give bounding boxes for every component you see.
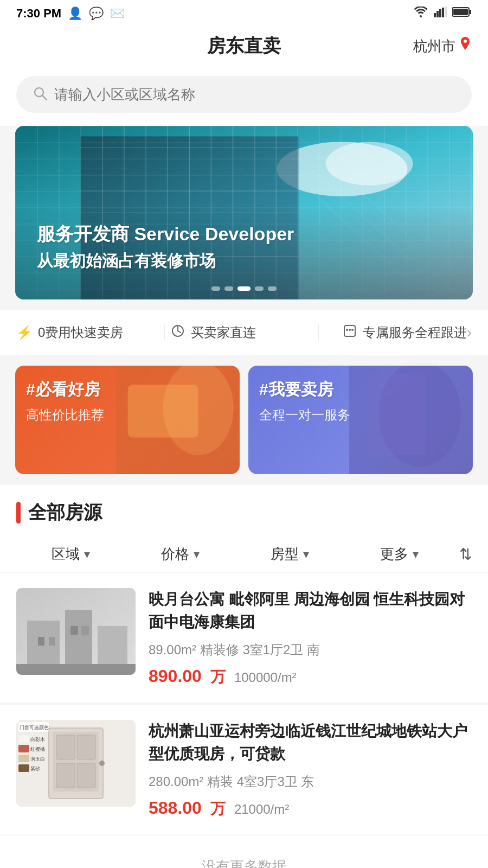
- chevron-right-icon[interactable]: ›: [467, 324, 472, 341]
- filter-more[interactable]: 更多 ▾: [344, 545, 454, 564]
- signal-icon: [434, 7, 447, 21]
- listing-thumb-1: [16, 588, 136, 675]
- features-row: ⚡ 0费用快速卖房 买卖家直连 专属服务全程跟进 ›: [0, 310, 488, 355]
- status-person-icon: 👤: [68, 7, 82, 21]
- battery-icon: [452, 7, 472, 21]
- banner-text2: 从最初始涵占有装修市场: [37, 250, 451, 272]
- banner-dots: [211, 286, 277, 291]
- svg-rect-40: [128, 385, 198, 438]
- listing-price-unit-1: 万: [210, 667, 226, 687]
- svg-text:红樱桃: 红樱桃: [30, 746, 45, 752]
- filter-area[interactable]: 区域 ▾: [16, 545, 126, 564]
- feature-direct-connect-label: 买卖家直连: [191, 324, 256, 341]
- promo-left-sub: 高性价比推荐: [26, 406, 104, 424]
- promo-right-tag: #我要卖房: [259, 379, 350, 401]
- listing-price-main-1: 890.00: [149, 666, 202, 686]
- promo-left-content: #必看好房 高性价比推荐: [15, 366, 115, 437]
- svg-rect-44: [367, 373, 426, 455]
- svg-rect-65: [18, 735, 29, 743]
- svg-point-35: [346, 329, 348, 331]
- svg-text:白彩木: 白彩木: [30, 737, 45, 742]
- svg-rect-61: [77, 763, 95, 788]
- status-time: 7:30 PM: [16, 7, 61, 21]
- listing-price-2: 588.00 万 21000/m²: [149, 798, 472, 819]
- svg-rect-0: [434, 13, 436, 17]
- feature-direct-connect: 买卖家直连: [170, 323, 312, 342]
- location-selector[interactable]: 杭州市: [413, 37, 472, 56]
- listing-price-per-1: 100000/m²: [234, 670, 297, 685]
- lightning-icon: ⚡: [16, 325, 33, 340]
- listing-title-1: 映月台公寓 毗邻阿里 周边海创园 恒生科技园对面中电海康集团: [149, 588, 472, 634]
- listing-price-unit-2: 万: [210, 799, 226, 819]
- listing-info-1: 映月台公寓 毗邻阿里 周边海创园 恒生科技园对面中电海康集团 89.00m² 精…: [149, 588, 472, 687]
- listings-header: 全部房源: [0, 485, 488, 536]
- feature-divider-2: [318, 324, 319, 341]
- svg-rect-54: [81, 626, 89, 635]
- listing-price-1: 890.00 万 100000/m²: [149, 666, 472, 687]
- filter-sort[interactable]: ⇅: [454, 545, 472, 563]
- dot-3[interactable]: [237, 286, 251, 291]
- svg-point-36: [349, 329, 351, 331]
- sort-icon: ⇅: [459, 545, 472, 563]
- filter-type-chevron: ▾: [303, 547, 309, 561]
- svg-point-11: [277, 142, 407, 196]
- promo-card-buy[interactable]: #必看好房 高性价比推荐: [15, 366, 240, 474]
- listing-image-2: 门套可选颜色: 白彩木 红樱桃 润玉白 紫砂: [16, 720, 136, 807]
- svg-rect-50: [16, 664, 136, 675]
- svg-point-37: [351, 329, 354, 331]
- promo-card-sell[interactable]: #我要卖房 全程一对一服务: [248, 366, 473, 474]
- listing-details-1: 89.00m² 精装修 3室1厅2卫 南: [149, 641, 472, 659]
- svg-rect-71: [18, 764, 29, 772]
- listing-price-main-2: 588.00: [149, 798, 202, 818]
- search-icon: [33, 86, 48, 103]
- svg-rect-53: [70, 626, 78, 635]
- search-bar[interactable]: [16, 76, 472, 113]
- no-more-text: 没有更多数据: [202, 858, 286, 868]
- listing-image-1: [16, 588, 136, 675]
- dot-2[interactable]: [224, 286, 233, 291]
- filter-more-chevron: ▾: [413, 547, 419, 561]
- section-indicator: [16, 502, 21, 524]
- location-text: 杭州市: [413, 37, 455, 56]
- no-more-data: 没有更多数据: [0, 835, 488, 868]
- svg-rect-67: [18, 745, 29, 752]
- svg-rect-60: [56, 763, 75, 788]
- dot-5[interactable]: [268, 286, 277, 291]
- search-input[interactable]: [54, 86, 455, 103]
- filter-price[interactable]: 价格 ▾: [126, 545, 235, 564]
- svg-rect-58: [56, 735, 75, 760]
- filter-area-chevron: ▾: [84, 547, 90, 561]
- svg-rect-2: [439, 9, 441, 17]
- filter-more-label: 更多: [380, 545, 408, 564]
- feature-service: 专属服务全程跟进: [324, 323, 466, 342]
- filter-bar: 区域 ▾ 价格 ▾ 房型 ▾ 更多 ▾ ⇅: [0, 536, 488, 573]
- feature-divider-1: [164, 324, 165, 341]
- svg-point-12: [326, 142, 413, 185]
- feature-free-sell-label: 0费用快速卖房: [38, 324, 123, 341]
- promo-right-bg: [349, 366, 473, 474]
- listing-item-2[interactable]: 门套可选颜色: 白彩木 红樱桃 润玉白 紫砂 杭州萧山亚运村旁边临近钱江世纪城地…: [0, 705, 488, 834]
- promo-right-sub: 全程一对一服务: [259, 406, 350, 424]
- cycle-icon: [170, 323, 185, 342]
- svg-rect-1: [436, 11, 439, 17]
- svg-point-62: [99, 761, 105, 766]
- search-section: [0, 67, 488, 126]
- status-message-icon: 💬: [89, 7, 104, 21]
- filter-type-label: 房型: [271, 545, 299, 564]
- feature-service-label: 专属服务全程跟进: [363, 324, 467, 341]
- dot-1[interactable]: [211, 286, 220, 291]
- listings-title: 全部房源: [28, 500, 102, 525]
- banner-text1: 服务开发商 Service Developer: [37, 222, 451, 247]
- listing-info-2: 杭州萧山亚运村旁边临近钱江世纪城地铁站大户型优质现房，可贷款 280.00m² …: [149, 720, 472, 819]
- dot-4[interactable]: [255, 286, 264, 291]
- filter-type[interactable]: 房型 ▾: [235, 545, 345, 564]
- svg-rect-52: [49, 637, 55, 646]
- banner: 服务开发商 Service Developer 从最初始涵占有装修市场: [15, 126, 473, 299]
- page-title: 房东直卖: [207, 34, 281, 59]
- promo-left-tag: #必看好房: [26, 379, 104, 401]
- page-header: 房东直卖 杭州市: [0, 25, 488, 67]
- listing-item-1[interactable]: 映月台公寓 毗邻阿里 周边海创园 恒生科技园对面中电海康集团 89.00m² 精…: [0, 573, 488, 703]
- wifi-icon: [413, 7, 428, 21]
- svg-rect-59: [77, 735, 95, 760]
- status-mail-icon: ✉️: [110, 7, 125, 21]
